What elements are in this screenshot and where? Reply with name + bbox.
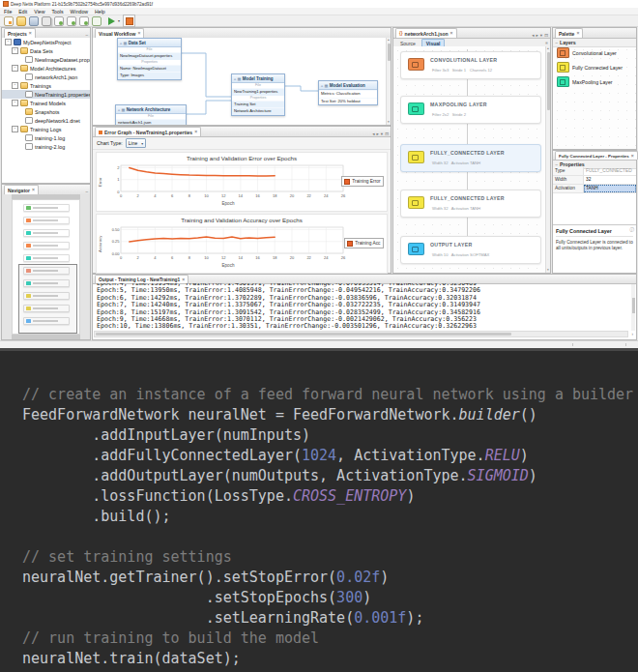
nav-right-icon[interactable]: ▸ — [377, 131, 379, 136]
close-icon[interactable]: × — [182, 278, 185, 282]
palette-item-fully-connected-layer[interactable]: Fully Connected Layer — [553, 60, 636, 74]
node-property[interactable]: Metrics: Classification — [319, 90, 377, 98]
palette-item-convolutional-layer[interactable]: Convolutional Layer — [553, 45, 636, 60]
output-horizontal-scrollbar[interactable]: › — [94, 331, 628, 337]
add-training-icon[interactable] — [79, 16, 89, 26]
scroll-right-icon[interactable]: › — [632, 332, 634, 336]
layer-card-fully-connected-layer[interactable]: FULLY_CONNECTED LAYERWidth 32 Activation… — [400, 144, 541, 172]
close-icon[interactable]: × — [29, 31, 32, 36]
expander-icon[interactable]: − — [12, 65, 18, 72]
expander-icon[interactable]: − — [12, 82, 18, 89]
menu-file[interactable]: File — [4, 9, 12, 15]
expander-icon[interactable]: − — [12, 47, 18, 54]
workflow-node-data-set[interactable]: ▵▦Data Set File NewImageDataset.properti… — [117, 38, 182, 80]
tree-item-training-2-log[interactable]: training-2.log — [2, 142, 90, 151]
property-row-type[interactable]: TypeFULLY_CONNECTED — [553, 167, 636, 176]
property-value[interactable]: 32 — [584, 176, 636, 184]
menu-help[interactable]: Help — [95, 9, 105, 15]
collapse-icon[interactable]: ▵ — [120, 41, 122, 45]
close-icon[interactable]: × — [137, 31, 140, 36]
node-file-value[interactable]: networkArch1.json — [116, 119, 186, 125]
collapse-icon[interactable]: ▵ — [234, 76, 236, 81]
tab-navigator[interactable]: Navigator × — [4, 185, 39, 194]
node-file-value[interactable]: NewTraining1.properties — [232, 88, 284, 96]
property-value[interactable]: FULLY_CONNECTED — [584, 167, 636, 175]
navigator-thumbnail[interactable] — [12, 199, 80, 335]
node-file-value[interactable]: NewImageDataset.properties — [118, 52, 181, 60]
scroll-down-icon[interactable]: ▾ — [546, 268, 550, 273]
architecture-canvas[interactable]: CONVOLUTIONAL LAYERFilter 3x3 Stride 1 C… — [393, 46, 550, 273]
tree-item-deepnetwork1-dnet[interactable]: deepNetwork1.dnet — [2, 116, 90, 125]
run-icon[interactable] — [108, 17, 115, 25]
scroll-up-icon[interactable]: ▴ — [546, 46, 550, 51]
output-vertical-scrollbar[interactable] — [631, 284, 635, 331]
scrollbar-thumb[interactable] — [96, 333, 511, 336]
new-file-icon[interactable] — [4, 16, 14, 26]
add-dataset-icon[interactable] — [54, 16, 64, 26]
menu-window[interactable]: Window — [71, 9, 88, 15]
close-icon[interactable]: × — [631, 154, 634, 159]
tree-item-training-logs[interactable]: −Training Logs — [2, 125, 90, 133]
expander-icon[interactable]: − — [12, 100, 18, 106]
collapse-icon[interactable]: ▵ — [321, 83, 323, 88]
property-value[interactable]: TANH — [584, 185, 636, 192]
node-property[interactable]: Training Set — [232, 101, 284, 108]
tab-projects[interactable]: Projects × — [4, 28, 36, 38]
property-row-width[interactable]: Width32 — [553, 176, 636, 185]
layer-card-maxpooling-layer[interactable]: MAXPOOLING LAYERFilter 2x2 Stride 2 — [400, 96, 541, 124]
layer-card-fully-connected-layer[interactable]: FULLY_CONNECTED LAYERWidth 32 Activation… — [400, 190, 541, 218]
palette-item-maxpooling-layer[interactable]: MaxPooling Layer — [553, 74, 636, 89]
expander-icon[interactable]: − — [5, 39, 12, 45]
menu-icon[interactable]: ≡ — [545, 41, 548, 45]
property-row-activation[interactable]: ActivationTANH — [553, 185, 636, 193]
tree-item-trainings[interactable]: −Trainings — [2, 81, 90, 90]
tree-item-training-1-log[interactable]: training-1.log — [2, 133, 90, 142]
nav-left-icon[interactable]: ◂ — [372, 131, 374, 136]
close-icon[interactable]: × — [576, 31, 579, 36]
tab-layer-properties[interactable]: Fully Connected Layer - Properties × — [555, 151, 638, 160]
scrollbar-thumb[interactable] — [388, 44, 391, 61]
workflow-node-model-evaluation[interactable]: ▵▦Model Evaluation Metrics: Classificati… — [318, 80, 378, 105]
layer-card-convolutional-layer[interactable]: CONVOLUTIONAL LAYERFilter 3x3 Stride 1 C… — [400, 51, 541, 79]
layer-card-output-layer[interactable]: OUTPUT LAYERWidth 10 Activation SOFTMAX — [400, 236, 541, 264]
close-icon[interactable]: × — [32, 188, 35, 192]
training-log-output[interactable]: Epoch:4, Time:13934ms, TrainError:1.4501… — [97, 283, 630, 330]
menu-edit[interactable]: Edit — [18, 9, 27, 15]
maximize-icon[interactable]: ⊡ — [385, 131, 389, 136]
tree-item-newtraining1-properties[interactable]: NewTraining1.properties — [2, 90, 90, 99]
tree-item-networkarch1-json[interactable]: networkArch1.json — [2, 73, 90, 81]
stop-button-frame[interactable] — [123, 15, 135, 27]
node-property[interactable]: Type: Images — [118, 72, 181, 79]
scroll-down-icon[interactable]: ▾ — [387, 120, 391, 125]
tab-palette[interactable]: Palette × — [555, 28, 583, 38]
workflow-node-network-architecture[interactable]: ▵▦Network Architecture File networkArch1… — [115, 104, 187, 125]
menu-view[interactable]: View — [34, 9, 44, 15]
node-property[interactable]: Test Set: 20% holdout — [319, 98, 377, 105]
tree-item-trained-models[interactable]: −Trained Models — [2, 99, 90, 107]
tree-item-snapshots[interactable]: Snapshots — [2, 107, 90, 116]
node-property[interactable]: Network Architecture — [232, 107, 284, 115]
tab-network-arch[interactable]: {} networkArch1.json × — [395, 28, 457, 38]
close-icon[interactable]: × — [194, 130, 197, 134]
tree-item-newimagedataset-properties[interactable]: NewImageDataset.properties — [2, 55, 90, 64]
tab-output-log[interactable]: Output - Training Log - NewTraining1 × — [95, 275, 188, 283]
nav-right-icon[interactable]: ▸ — [536, 33, 538, 38]
navigator-viewport[interactable] — [18, 264, 77, 334]
arch-vertical-scrollbar[interactable]: ▴ ▾ — [545, 46, 550, 273]
menu-tools[interactable]: Tools — [51, 9, 63, 15]
workflow-vertical-scrollbar[interactable]: ▴ ▾ — [386, 38, 391, 125]
scrollbar-thumb[interactable] — [547, 52, 550, 110]
scroll-up-icon[interactable]: ▴ — [387, 38, 391, 43]
copy-icon[interactable] — [42, 16, 51, 26]
chart-type-select[interactable]: Line ▾ — [126, 138, 146, 148]
expander-icon[interactable]: − — [12, 126, 18, 132]
workflow-node-model-training[interactable]: ▵▦Model Training File NewTraining1.prope… — [231, 73, 285, 116]
dropdown-icon[interactable]: ▾ — [381, 131, 383, 136]
open-project-icon[interactable] — [16, 16, 26, 26]
add-architecture-icon[interactable] — [67, 16, 76, 26]
dropdown-icon[interactable]: ▾ — [540, 33, 542, 38]
collapse-icon[interactable]: ▵ — [118, 107, 120, 112]
scrollbar-thumb[interactable] — [632, 298, 635, 313]
maximize-icon[interactable]: ⊡ — [544, 33, 548, 38]
tab-error-graph[interactable]: Error Graph - NewTraining1.properties × — [95, 127, 201, 136]
